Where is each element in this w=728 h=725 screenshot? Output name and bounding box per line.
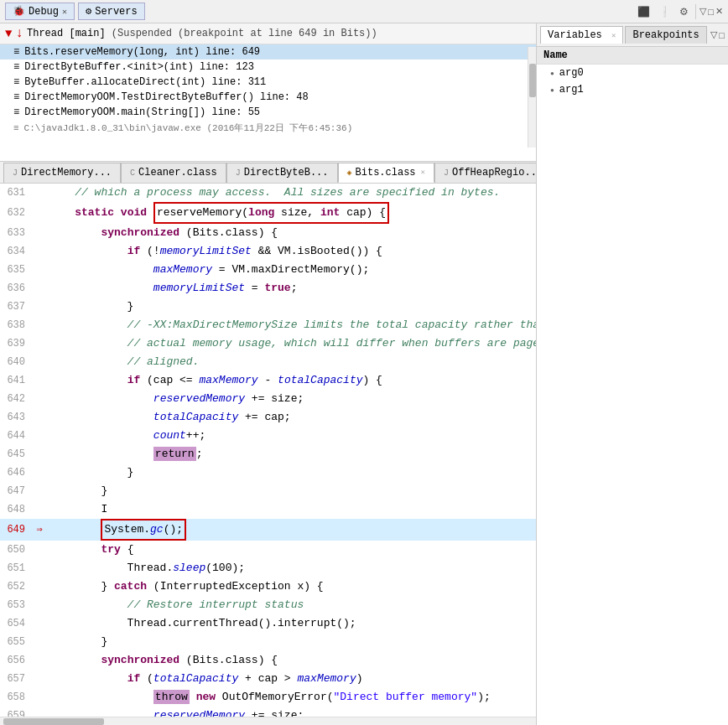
code-line-646: 646 } <box>0 463 536 482</box>
tab-breakpoints[interactable]: Breakpoints <box>625 26 706 44</box>
var-header: Name <box>537 47 728 65</box>
code-line-649: 649 ⇒ System.gc(); <box>0 519 536 541</box>
servers-tab[interactable]: ⚙ Servers <box>78 3 145 20</box>
line-num-636: 636 <box>0 279 32 298</box>
code-line-645: 645 return; <box>0 445 536 463</box>
code-text-658: throw new OutOfMemoryError("Direct buffe… <box>47 688 536 707</box>
stack-item-2[interactable]: ≡ ByteBuffer.allocateDirect(int) line: 3… <box>0 75 536 90</box>
vars-panel-maximize[interactable]: □ <box>719 30 725 40</box>
code-line-654: 654 Thread.currentThread().interrupt(); <box>0 614 536 633</box>
code-container[interactable]: 631 // which a process may access. All s… <box>0 184 536 717</box>
tab-label-oh: OffHeapRegio... <box>452 167 536 179</box>
line-num-657: 657 <box>0 670 32 688</box>
code-text-641: if (cap <= maxMemory - totalCapacity) { <box>47 371 536 390</box>
left-panel: ▼ ↓ Thread [main] (Suspended (breakpoint… <box>0 23 537 725</box>
var-header-label: Name <box>543 49 568 61</box>
line-num-652: 652 <box>0 577 32 596</box>
tab-offheap[interactable]: J OffHeapRegio... <box>434 163 536 183</box>
toolbar-gear-icon[interactable]: ⚙ <box>676 5 692 18</box>
code-text-655: } <box>47 633 536 651</box>
code-text-631: // which a process may access. All sizes… <box>47 184 536 202</box>
thread-panel-scrollbar[interactable] <box>528 47 536 148</box>
stack-item-4[interactable]: ≡ DirectMemoryOOM.main(String[]) line: 5… <box>0 105 536 120</box>
line-num-646: 646 <box>0 463 32 482</box>
thread-title: Thread [main] (Suspended (breakpoint at … <box>27 28 377 39</box>
variables-tab-close[interactable]: ✕ <box>611 32 616 40</box>
servers-tab-label: Servers <box>95 6 137 18</box>
stack-icon-4: ≡ <box>13 106 19 118</box>
debug-toolbar: 🐞 Debug ✕ ⚙ Servers ⬛ ❕ ⚙ ▽ □ ✕ <box>0 0 728 23</box>
var-item-arg0[interactable]: ● arg0 <box>537 65 728 81</box>
code-line-636: 636 memoryLimitSet = true; <box>0 279 536 298</box>
tab-label-db: DirectByteB... <box>244 167 329 179</box>
code-text-657: if (totalCapacity + cap > maxMemory) <box>47 670 536 688</box>
maximize-icon[interactable]: □ <box>708 7 714 17</box>
stack-label-3: DirectMemoryOOM.TestDirectByteBuffer() l… <box>24 91 308 103</box>
stack-item-1[interactable]: ≡ DirectByteBuffer.<init>(int) line: 123 <box>0 60 536 75</box>
code-text-643: totalCapacity += cap; <box>47 408 536 427</box>
stack-item-0[interactable]: ≡ Bits.reserveMemory(long, int) line: 64… <box>0 44 536 60</box>
code-text-646: } <box>47 463 536 482</box>
debug-close-icon[interactable]: ✕ <box>62 7 67 17</box>
servers-icon: ⚙ <box>86 5 91 18</box>
var-dot-arg0: ● <box>550 70 554 77</box>
tab-bits[interactable]: ◈ Bits.class ✕ <box>338 163 434 183</box>
line-num-642: 642 <box>0 390 32 408</box>
toolbar-skip-icon[interactable]: ⬛ <box>634 5 653 18</box>
var-item-arg1[interactable]: ● arg1 <box>537 81 728 98</box>
tab-variables[interactable]: Variables ✕ <box>540 26 623 44</box>
code-text-633: synchronized (Bits.class) { <box>47 224 536 242</box>
code-text-659: reservedMemory += size; <box>47 707 536 717</box>
minimize-icon[interactable]: ▽ <box>699 6 706 17</box>
main-split: ▼ ↓ Thread [main] (Suspended (breakpoint… <box>0 23 728 725</box>
line-num-651: 651 <box>0 559 32 577</box>
code-text-638: // -XX:MaxDirectMemorySize limits the to… <box>47 316 536 334</box>
toolbar-separator <box>695 4 696 19</box>
code-line-647: 647 } <box>0 482 536 500</box>
debug-tab[interactable]: 🐞 Debug ✕ <box>5 3 75 20</box>
line-num-640: 640 <box>0 353 32 371</box>
line-num-653: 653 <box>0 596 32 614</box>
code-text-634: if (!memoryLimitSet && VM.isBooted()) { <box>47 242 536 261</box>
tab-cleaner[interactable]: C Cleaner.class <box>121 163 226 183</box>
code-line-650: 650 try { <box>0 541 536 559</box>
code-line-648: 648 I <box>0 500 536 519</box>
code-line-653: 653 // Restore interrupt status <box>0 596 536 614</box>
line-num-635: 635 <box>0 261 32 279</box>
panel-close-icon[interactable]: ✕ <box>715 6 723 17</box>
tab-directmemory[interactable]: J DirectMemory... <box>3 163 121 183</box>
line-num-645: 645 <box>0 445 32 463</box>
code-line-639: 639 // actual memory usage, which will d… <box>0 334 536 353</box>
tab-label-bits: Bits.class <box>356 167 416 179</box>
line-num-649: 649 <box>0 520 32 539</box>
bug-icon: 🐞 <box>13 5 25 18</box>
tab-directbyte[interactable]: J DirectByteB... <box>226 163 338 183</box>
line-num-658: 658 <box>0 688 32 707</box>
code-text-653: // Restore interrupt status <box>47 596 536 614</box>
code-text-652: } catch (InterruptedException x) { <box>47 577 536 596</box>
tab-icon-cl: C <box>130 168 135 178</box>
line-num-647: 647 <box>0 482 32 500</box>
code-line-656: 656 synchronized (Bits.class) { <box>0 651 536 670</box>
stack-label-5: C:\javaJdk1.8.0_31\bin\javaw.exe (2016年1… <box>24 122 353 134</box>
tab-label-dm: DirectMemory... <box>21 167 112 179</box>
stack-item-3[interactable]: ≡ DirectMemoryOOM.TestDirectByteBuffer()… <box>0 90 536 105</box>
var-name-arg1: arg1 <box>559 84 584 96</box>
code-line-640: 640 // aligned. <box>0 353 536 371</box>
vars-panel-minimize[interactable]: ▽ <box>710 29 717 40</box>
code-text-647: } <box>47 482 536 500</box>
toolbar-warning-icon[interactable]: ❕ <box>655 5 674 18</box>
tab-icon-bits: ◈ <box>347 168 352 178</box>
horizontal-scrollbar[interactable] <box>0 717 536 725</box>
tab-close-bits[interactable]: ✕ <box>421 168 425 177</box>
code-text-632: static void reserveMemory(long size, int… <box>47 202 536 224</box>
line-num-639: 639 <box>0 334 32 353</box>
code-lines: 631 // which a process may access. All s… <box>0 184 536 717</box>
stack-item-5[interactable]: ≡ C:\javaJdk1.8.0_31\bin\javaw.exe (2016… <box>0 120 536 136</box>
stack-label-1: DirectByteBuffer.<init>(int) line: 123 <box>24 61 254 73</box>
code-text-636: memoryLimitSet = true; <box>47 279 536 298</box>
stack-icon-0: ≡ <box>13 46 19 58</box>
thread-expand-arrow[interactable]: ▼ <box>5 27 12 40</box>
stack-icon-3: ≡ <box>13 91 19 103</box>
variables-panel: Name ● arg0 ● arg1 <box>537 47 728 725</box>
